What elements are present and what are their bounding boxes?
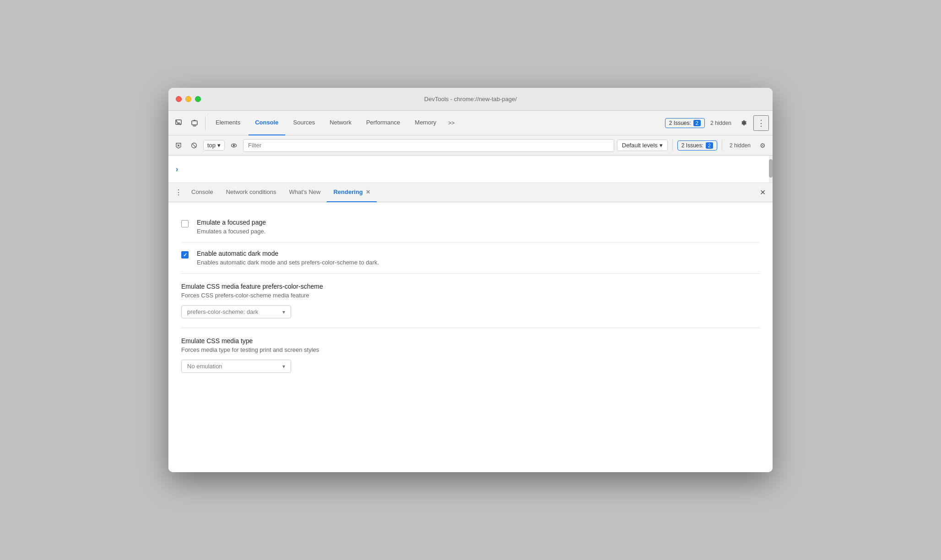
drawer-tab-rendering[interactable]: Rendering ✕ <box>327 183 376 202</box>
emulate-focused-text: Emulate a focused page Emulates a focuse… <box>197 219 266 235</box>
issues-badge-count: 2 <box>693 120 701 126</box>
auto-dark-mode-text: Enable automatic dark mode Enables autom… <box>197 250 379 266</box>
kebab-menu-button[interactable]: ⋮ <box>753 115 769 131</box>
clear-console-button[interactable] <box>172 139 185 152</box>
settings-button[interactable] <box>737 116 751 130</box>
minimize-button[interactable] <box>185 96 191 102</box>
console-toolbar-divider-2 <box>722 140 722 151</box>
drawer-tab-console[interactable]: Console <box>185 183 220 202</box>
console-prompt[interactable]: › <box>176 165 178 173</box>
checkbox-emulate-focused[interactable] <box>181 220 189 227</box>
svg-line-8 <box>192 143 196 147</box>
css-color-scheme-section: Emulate CSS media feature prefers-color-… <box>181 273 760 328</box>
css-media-type-section: Emulate CSS media type Forces media type… <box>181 328 760 382</box>
option-emulate-focused: Emulate a focused page Emulates a focuse… <box>181 211 760 242</box>
issues-button-2[interactable]: 2 Issues: 2 <box>677 140 717 151</box>
console-toolbar: top ▾ Default levels ▾ 2 Issues: 2 2 hid… <box>168 135 773 156</box>
drawer-tab-network-conditions[interactable]: Emulate CSS media feature prefers-color-… <box>220 183 283 202</box>
svg-rect-3 <box>194 120 195 121</box>
console-settings-button[interactable]: ⚙ <box>756 139 769 152</box>
title-bar: DevTools - chrome://new-tab-page/ <box>168 88 773 111</box>
drawer-close-button[interactable]: ✕ <box>756 186 769 199</box>
maximize-button[interactable] <box>195 96 201 102</box>
svg-point-10 <box>233 145 235 146</box>
emulate-focused-desc: Emulates a focused page. <box>197 228 266 235</box>
scrollbar-thumb[interactable] <box>769 159 773 178</box>
toolbar-right: 2 Issues: 2 2 hidden ⋮ <box>665 115 769 131</box>
tab-sources[interactable]: Sources <box>287 111 322 135</box>
inspect-element-button[interactable] <box>172 116 186 130</box>
svg-rect-2 <box>193 125 196 126</box>
traffic-lights <box>176 96 201 102</box>
rendering-tab-close-icon[interactable]: ✕ <box>366 189 370 195</box>
css-color-scheme-title: Emulate CSS media feature prefers-color-… <box>181 283 760 290</box>
tab-performance[interactable]: Performance <box>360 111 406 135</box>
scrollbar-track[interactable] <box>769 156 773 183</box>
auto-dark-mode-title: Enable automatic dark mode <box>197 250 379 257</box>
tab-console[interactable]: Console <box>249 111 285 135</box>
filter-input[interactable] <box>243 139 614 152</box>
tab-memory[interactable]: Memory <box>408 111 443 135</box>
drawer-tab-bar: ⋮ Console Emulate CSS media feature pref… <box>168 183 773 202</box>
hidden-count-2: 2 hidden <box>727 141 753 150</box>
checkbox-auto-dark-mode[interactable] <box>181 251 189 258</box>
more-tabs-button[interactable]: >> <box>444 116 458 130</box>
emulate-focused-title: Emulate a focused page <box>197 219 266 226</box>
context-selector[interactable]: top ▾ <box>203 140 225 151</box>
drawer-tab-whats-new[interactable]: What's New <box>283 183 327 202</box>
tab-elements[interactable]: Elements <box>209 111 247 135</box>
console-output-area: › <box>168 156 773 183</box>
window-title: DevTools - chrome://new-tab-page/ <box>424 96 517 102</box>
issues-badge-2: 2 <box>706 142 713 149</box>
hidden-count: 2 hidden <box>708 118 734 128</box>
console-toolbar-divider <box>672 140 673 151</box>
svg-rect-1 <box>192 121 197 125</box>
device-toolbar-button[interactable] <box>188 116 201 130</box>
default-levels-button[interactable]: Default levels ▾ <box>617 140 668 151</box>
css-color-scheme-dropdown-arrow: ▾ <box>282 309 285 315</box>
main-toolbar: Elements Console Sources Network Perform… <box>168 111 773 135</box>
css-media-type-dropdown-arrow: ▾ <box>282 363 285 370</box>
css-media-type-title: Emulate CSS media type <box>181 337 760 345</box>
issues-button[interactable]: 2 Issues: 2 <box>665 118 705 128</box>
css-media-type-desc: Forces media type for testing print and … <box>181 346 760 353</box>
checkbox-auto-dark-mode-container <box>181 251 189 259</box>
checkbox-emulate-focused-container <box>181 220 189 228</box>
drawer-menu-button[interactable]: ⋮ <box>172 186 185 199</box>
css-media-type-dropdown[interactable]: No emulation ▾ <box>181 360 291 373</box>
auto-dark-mode-desc: Enables automatic dark mode and sets pre… <box>197 259 379 266</box>
option-auto-dark-mode: Enable automatic dark mode Enables autom… <box>181 242 760 273</box>
drawer: ⋮ Console Emulate CSS media feature pref… <box>168 183 773 472</box>
css-color-scheme-desc: Forces CSS prefers-color-scheme media fe… <box>181 292 760 299</box>
devtools-window: DevTools - chrome://new-tab-page/ Elemen… <box>168 88 773 472</box>
rendering-panel: Emulate a focused page Emulates a focuse… <box>168 202 773 472</box>
tab-network[interactable]: Network <box>323 111 358 135</box>
block-button[interactable] <box>188 139 200 152</box>
eye-button[interactable] <box>227 139 240 152</box>
close-button[interactable] <box>176 96 182 102</box>
toolbar-divider <box>205 116 206 130</box>
css-color-scheme-dropdown[interactable]: prefers-color-scheme: dark ▾ <box>181 305 291 318</box>
